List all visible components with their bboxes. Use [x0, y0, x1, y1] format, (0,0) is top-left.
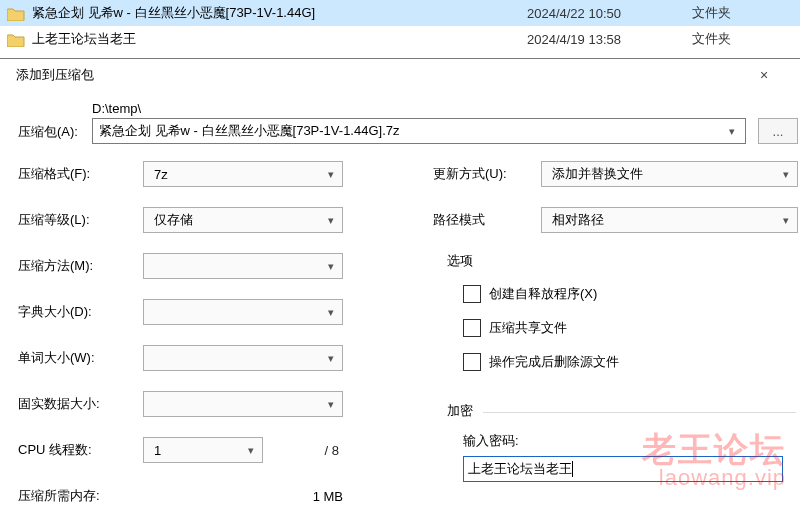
cpu-dropdown[interactable]: 1 ▾	[143, 437, 263, 463]
file-name: 上老王论坛当老王	[32, 30, 527, 48]
method-dropdown[interactable]: ▾	[143, 253, 343, 279]
method-label: 压缩方法(M):	[18, 257, 143, 275]
chevron-down-icon: ▾	[725, 125, 739, 138]
close-icon[interactable]: ×	[744, 67, 784, 83]
sfx-checkbox-row[interactable]: 创建自释放程序(X)	[463, 280, 798, 308]
dialog-titlebar: 添加到压缩包 ×	[0, 59, 800, 91]
file-type: 文件夹	[692, 30, 731, 48]
checkbox-icon[interactable]	[463, 319, 481, 337]
browse-button[interactable]: ...	[758, 118, 798, 144]
file-row[interactable]: 上老王论坛当老王 2024/4/19 13:58 文件夹	[0, 26, 800, 52]
chevron-down-icon: ▾	[328, 214, 334, 227]
dict-label: 字典大小(D):	[18, 303, 143, 321]
chevron-down-icon: ▾	[783, 168, 789, 181]
chevron-down-icon: ▾	[248, 444, 254, 457]
level-dropdown[interactable]: 仅存储 ▾	[143, 207, 343, 233]
solid-label: 固实数据大小:	[18, 395, 143, 413]
pathmode-dropdown[interactable]: 相对路径 ▾	[541, 207, 798, 233]
chevron-down-icon: ▾	[783, 214, 789, 227]
ram-value: 1 MB	[143, 489, 343, 504]
text-cursor	[572, 461, 573, 477]
chevron-down-icon: ▾	[328, 306, 334, 319]
chevron-down-icon: ▾	[328, 398, 334, 411]
cpu-max: / 8	[279, 443, 339, 458]
word-dropdown[interactable]: ▾	[143, 345, 343, 371]
checkbox-icon[interactable]	[463, 285, 481, 303]
cpu-label: CPU 线程数:	[18, 441, 143, 459]
pathmode-label: 路径模式	[433, 211, 541, 229]
file-name: 紧急企划 见希w - 白丝黑丝小恶魔[73P-1V-1.44G]	[32, 4, 527, 22]
shared-checkbox-row[interactable]: 压缩共享文件	[463, 314, 798, 342]
file-type: 文件夹	[692, 4, 731, 22]
folder-icon	[6, 29, 26, 49]
dialog-title: 添加到压缩包	[16, 66, 94, 84]
chevron-down-icon: ▾	[328, 352, 334, 365]
checkbox-icon[interactable]	[463, 353, 481, 371]
delete-checkbox-row[interactable]: 操作完成后删除源文件	[463, 348, 798, 376]
archive-combo[interactable]: 紧急企划 见希w - 白丝黑丝小恶魔[73P-1V-1.44G].7z ▾	[92, 118, 746, 144]
word-label: 单词大小(W):	[18, 349, 143, 367]
file-date: 2024/4/19 13:58	[527, 32, 692, 47]
chevron-down-icon: ▾	[328, 260, 334, 273]
format-label: 压缩格式(F):	[18, 165, 143, 183]
encrypt-group-label: 加密	[447, 402, 483, 420]
update-dropdown[interactable]: 添加并替换文件 ▾	[541, 161, 798, 187]
archive-label: 压缩包(A):	[18, 101, 92, 141]
password-input[interactable]: 上老王论坛当老王	[463, 456, 783, 482]
file-explorer-rows: 紧急企划 见希w - 白丝黑丝小恶魔[73P-1V-1.44G] 2024/4/…	[0, 0, 800, 52]
password-value: 上老王论坛当老王	[468, 460, 572, 478]
solid-dropdown[interactable]: ▾	[143, 391, 343, 417]
archive-dir: D:\temp\	[92, 101, 798, 116]
level-label: 压缩等级(L):	[18, 211, 143, 229]
file-date: 2024/4/22 10:50	[527, 6, 692, 21]
ellipsis-icon: ...	[773, 124, 784, 139]
add-to-archive-dialog: 添加到压缩包 × 压缩包(A): D:\temp\ 紧急企划 见希w - 白丝黑…	[0, 58, 800, 519]
format-dropdown[interactable]: 7z ▾	[143, 161, 343, 187]
enter-password-label: 输入密码:	[463, 432, 796, 450]
file-row[interactable]: 紧急企划 见希w - 白丝黑丝小恶魔[73P-1V-1.44G] 2024/4/…	[0, 0, 800, 26]
options-group-label: 选项	[447, 252, 798, 270]
divider	[483, 412, 796, 413]
ram-label: 压缩所需内存:	[18, 487, 143, 505]
dict-dropdown[interactable]: ▾	[143, 299, 343, 325]
update-label: 更新方式(U):	[433, 165, 541, 183]
chevron-down-icon: ▾	[328, 168, 334, 181]
folder-icon	[6, 3, 26, 23]
archive-path-value: 紧急企划 见希w - 白丝黑丝小恶魔[73P-1V-1.44G].7z	[99, 122, 725, 140]
